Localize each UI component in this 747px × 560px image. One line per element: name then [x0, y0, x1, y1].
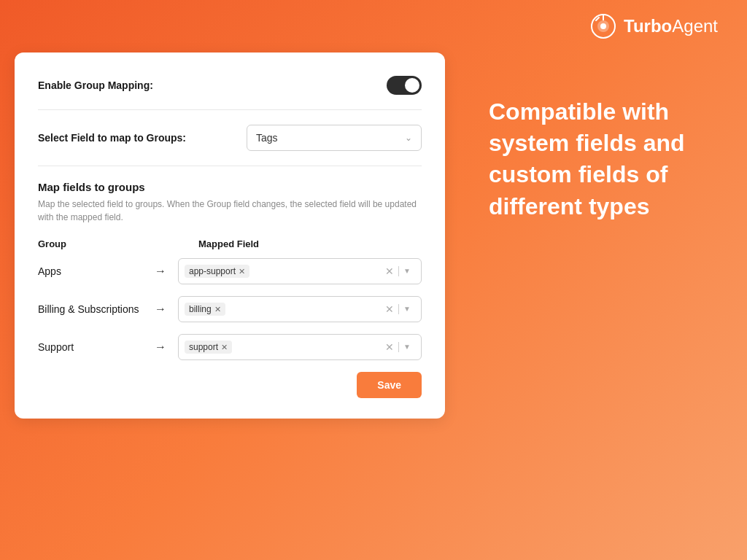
hero-text: Compatible with system fields and custom… [489, 96, 703, 222]
support-clear-button[interactable]: ✕ [381, 342, 399, 352]
support-tag: support ✕ [185, 341, 232, 354]
apps-clear-button[interactable]: ✕ [381, 266, 399, 276]
billing-dropdown-button[interactable]: ▼ [399, 306, 415, 313]
table-row: Support → support ✕ ✕ ▼ [38, 334, 422, 360]
toggle-thumb [405, 78, 419, 93]
settings-card: Enable Group Mapping: Select Field to ma… [15, 52, 445, 419]
enable-mapping-label: Enable Group Mapping: [38, 79, 153, 91]
main-content: Enable Group Mapping: Select Field to ma… [0, 52, 747, 560]
billing-tag-remove[interactable]: ✕ [214, 305, 221, 314]
mapping-table: Group Mapped Field Apps → app-support ✕ … [38, 238, 422, 360]
col-mapped-header: Mapped Field [198, 238, 259, 249]
enable-mapping-row: Enable Group Mapping: [38, 76, 422, 110]
svg-point-2 [600, 23, 606, 29]
support-tag-input[interactable]: support ✕ ✕ ▼ [178, 334, 422, 360]
table-header: Group Mapped Field [38, 238, 422, 249]
arrow-icon: → [155, 341, 166, 354]
apps-tag-input[interactable]: app-support ✕ ✕ ▼ [178, 258, 422, 284]
table-row: Apps → app-support ✕ ✕ ▼ [38, 258, 422, 284]
logo-text: TurboAgent [624, 16, 718, 36]
map-fields-section: Map fields to groups Map the selected fi… [38, 166, 422, 398]
field-select-dropdown[interactable]: Tags ⌄ [247, 125, 422, 151]
support-tag-remove[interactable]: ✕ [221, 343, 228, 352]
map-section-title: Map fields to groups [38, 181, 422, 193]
col-group-header: Group [38, 238, 155, 249]
select-dropdown-value: Tags [256, 132, 278, 144]
apps-tag-app-support: app-support ✕ [185, 265, 249, 278]
group-name-apps: Apps [38, 265, 155, 277]
billing-clear-button[interactable]: ✕ [381, 304, 399, 314]
enable-mapping-toggle[interactable] [387, 76, 422, 95]
header: TurboAgent [0, 0, 747, 52]
apps-input-actions: ✕ ▼ [381, 266, 415, 276]
support-dropdown-button[interactable]: ▼ [399, 343, 415, 351]
toggle-track [387, 76, 422, 95]
right-panel: Compatible with system fields and custom… [445, 52, 732, 252]
map-section-description: Map the selected field to groups. When t… [38, 198, 422, 224]
select-field-label: Select Field to map to Groups: [38, 132, 186, 144]
select-field-row: Select Field to map to Groups: Tags ⌄ [38, 110, 422, 166]
arrow-icon: → [155, 265, 166, 278]
save-area: Save [38, 372, 422, 398]
billing-tag: billing ✕ [185, 303, 225, 316]
billing-input-actions: ✕ ▼ [381, 304, 415, 314]
group-name-billing: Billing & Subscriptions [38, 303, 155, 315]
billing-tag-input[interactable]: billing ✕ ✕ ▼ [178, 296, 422, 322]
logo-icon [590, 13, 616, 39]
arrow-icon: → [155, 303, 166, 316]
table-row: Billing & Subscriptions → billing ✕ ✕ ▼ [38, 296, 422, 322]
group-name-support: Support [38, 341, 155, 353]
apps-tag-remove[interactable]: ✕ [239, 267, 245, 276]
support-input-actions: ✕ ▼ [381, 342, 415, 352]
chevron-down-icon: ⌄ [405, 133, 412, 143]
apps-dropdown-button[interactable]: ▼ [399, 268, 415, 275]
save-button[interactable]: Save [357, 372, 422, 398]
